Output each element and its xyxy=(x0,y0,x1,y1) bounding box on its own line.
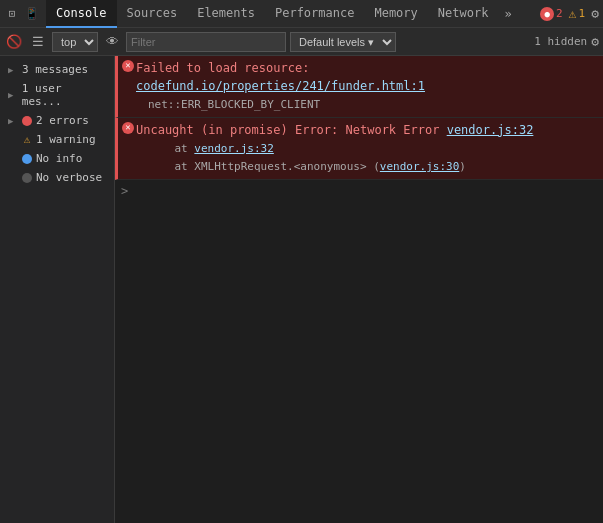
prompt-arrow: > xyxy=(121,184,128,198)
filter-toggle-icon[interactable]: ☰ xyxy=(28,32,48,52)
error-entry-icon: ✕ xyxy=(122,60,134,72)
log-levels-selector[interactable]: Default levels ▾ xyxy=(290,32,396,52)
sidebar-label-verbose: No verbose xyxy=(36,171,102,184)
console-toolbar: 🚫 ☰ top 👁 Default levels ▾ 1 hidden ⚙ xyxy=(0,28,603,56)
mobile-icon[interactable]: 📱 xyxy=(24,6,40,22)
info-dot-icon xyxy=(22,154,32,164)
eye-icon[interactable]: 👁 xyxy=(102,32,122,52)
context-selector[interactable]: top xyxy=(52,32,98,52)
chevron-icon: ▶ xyxy=(8,90,18,100)
console-entry-error1: ✕ Failed to load resource: codefund.io/p… xyxy=(115,56,603,118)
error-entry-icon2: ✕ xyxy=(122,122,134,134)
console-panel: ✕ Failed to load resource: codefund.io/p… xyxy=(115,56,603,523)
error2-main-text: Uncaught (in promise) Error: Network Err… xyxy=(136,123,439,137)
tab-network[interactable]: Network xyxy=(428,0,499,28)
verbose-dot-icon xyxy=(22,173,32,183)
error1-link[interactable]: codefund.io/properties/241/funder.html:1 xyxy=(136,79,425,93)
sidebar-item-user-messages[interactable]: ▶ 1 user mes... xyxy=(0,79,114,111)
console-prompt[interactable]: > xyxy=(115,180,603,188)
error-icon: ● xyxy=(540,7,554,21)
error1-main-text: Failed to load resource: xyxy=(136,61,309,75)
console-settings-icon[interactable]: ⚙ xyxy=(591,34,599,49)
sidebar-label-messages: 3 messages xyxy=(22,63,88,76)
chevron-icon: ▶ xyxy=(8,65,18,75)
tab-console[interactable]: Console xyxy=(46,0,117,28)
filter-box xyxy=(126,32,286,52)
warning-icon: ⚠ xyxy=(569,6,577,21)
error2-detail-line2: at XMLHttpRequest.<anonymous> (vendor.js… xyxy=(148,160,466,173)
warning-dot-icon: ⚠ xyxy=(22,135,32,145)
hidden-count: 1 hidden xyxy=(534,35,587,48)
chevron-icon: ▶ xyxy=(8,116,18,126)
sidebar-item-info[interactable]: No info xyxy=(0,149,114,168)
nav-status: ● 2 ⚠ 1 ⚙ xyxy=(540,6,599,21)
warning-count-badge[interactable]: ⚠ 1 xyxy=(569,6,585,21)
tab-sources[interactable]: Sources xyxy=(117,0,188,28)
error-count-badge[interactable]: ● 2 xyxy=(540,7,563,21)
error2-link[interactable]: vendor.js:32 xyxy=(447,123,534,137)
console-entry-error2: ✕ Uncaught (in promise) Error: Network E… xyxy=(115,118,603,180)
filter-input[interactable] xyxy=(131,36,281,48)
window-controls: ⊡ 📱 xyxy=(4,6,40,22)
sidebar-label-warnings: 1 warning xyxy=(36,133,96,146)
error2-detail-link2[interactable]: vendor.js:30 xyxy=(380,160,459,173)
devtools-settings-icon[interactable]: ⚙ xyxy=(591,6,599,21)
more-tabs-button[interactable]: » xyxy=(498,3,517,25)
sidebar-label-info: No info xyxy=(36,152,82,165)
main-content: ▶ 3 messages ▶ 1 user mes... ▶ 2 errors … xyxy=(0,56,603,523)
error2-detail-link[interactable]: vendor.js:32 xyxy=(194,142,273,155)
sidebar-item-verbose[interactable]: No verbose xyxy=(0,168,114,187)
sidebar-label-user-messages: 1 user mes... xyxy=(22,82,106,108)
dock-icon[interactable]: ⊡ xyxy=(4,6,20,22)
sidebar-label-errors: 2 errors xyxy=(36,114,89,127)
tab-performance[interactable]: Performance xyxy=(265,0,364,28)
tab-elements[interactable]: Elements xyxy=(187,0,265,28)
sidebar: ▶ 3 messages ▶ 1 user mes... ▶ 2 errors … xyxy=(0,56,115,523)
tab-memory[interactable]: Memory xyxy=(364,0,427,28)
error2-detail-line1: at vendor.js:32 xyxy=(148,142,274,155)
error-dot-icon xyxy=(22,116,32,126)
error1-detail: net::ERR_BLOCKED_BY_CLIENT xyxy=(148,98,320,111)
top-nav: ⊡ 📱 Console Sources Elements Performance… xyxy=(0,0,603,28)
clear-console-icon[interactable]: 🚫 xyxy=(4,32,24,52)
sidebar-item-warnings[interactable]: ⚠ 1 warning xyxy=(0,130,114,149)
sidebar-item-messages[interactable]: ▶ 3 messages xyxy=(0,60,114,79)
sidebar-item-errors[interactable]: ▶ 2 errors xyxy=(0,111,114,130)
